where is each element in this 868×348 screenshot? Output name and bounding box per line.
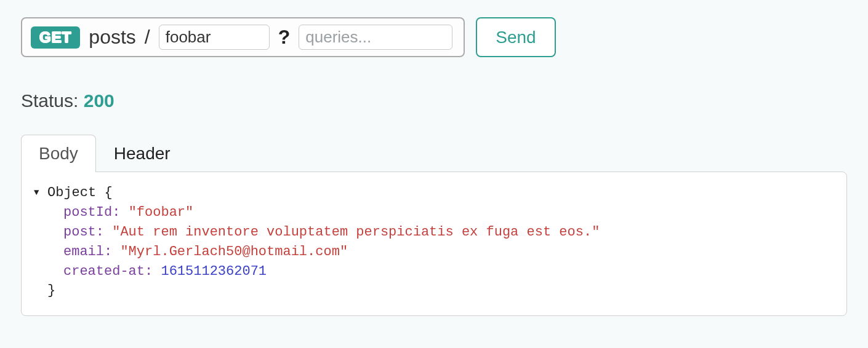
json-value: "Aut rem inventore voluptatem perspiciat… [112,224,600,240]
response-panel: Body Header ▼Object { postId: "foobar"po… [21,135,847,316]
status-label: Status: [21,90,84,111]
json-key: created-at: [63,264,153,279]
json-key: post: [63,224,104,240]
json-object-open[interactable]: ▼Object { [34,183,834,203]
method-badge: GET [31,26,80,49]
json-value: "foobar" [129,205,194,220]
path-segment-posts: posts [89,26,135,49]
request-box: GET posts / ? [21,17,465,57]
json-key: email: [63,244,112,259]
chevron-down-icon[interactable]: ▼ [34,186,44,199]
status-row: Status: 200 [21,90,847,111]
json-key: postId: [63,205,120,220]
response-body: ▼Object { postId: "foobar"post: "Aut rem… [21,172,847,316]
tab-header[interactable]: Header [96,135,188,172]
path-param-input[interactable] [159,25,270,50]
json-tree-root: ▼Object { postId: "foobar"post: "Aut rem… [34,183,834,301]
query-question-mark: ? [278,26,291,49]
json-entry: post: "Aut rem inventore voluptatem pers… [34,223,834,242]
json-entry: postId: "foobar" [34,203,834,223]
send-button[interactable]: Send [476,17,555,57]
status-code: 200 [84,90,115,111]
json-entry: email: "Myrl.Gerlach50@hotmail.com" [34,242,834,262]
path-slash: / [145,26,150,49]
request-row: GET posts / ? Send [21,17,847,57]
response-tabs: Body Header [21,135,847,172]
query-input[interactable] [299,25,452,50]
object-label: Object { [47,185,113,200]
tab-body[interactable]: Body [21,135,96,172]
json-value: "Myrl.Gerlach50@hotmail.com" [120,244,348,259]
json-object-close: } [34,281,834,301]
json-entry: created-at: 1615112362071 [34,262,834,282]
json-value: 1615112362071 [161,264,267,279]
